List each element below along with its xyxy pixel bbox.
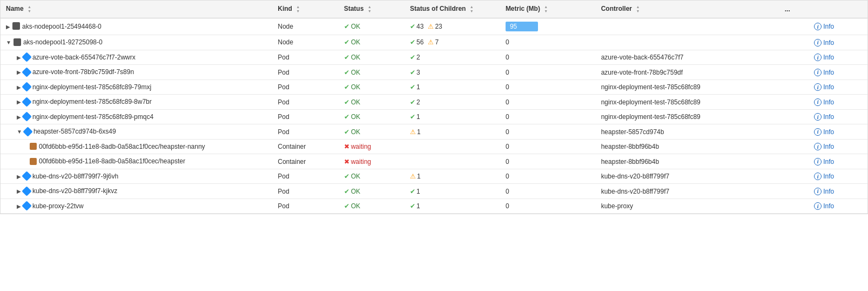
cell-info[interactable]: iInfo	[809, 109, 867, 124]
info-link[interactable]: iInfo	[814, 83, 834, 91]
info-link[interactable]: iInfo	[814, 39, 834, 47]
cell-kind: Pod	[272, 65, 338, 80]
expand-button[interactable]	[17, 84, 21, 90]
table-row[interactable]: nginx-deployment-test-785c68fc89-pmqc4Po…	[1, 109, 867, 124]
info-icon: i	[814, 143, 822, 150]
cell-info[interactable]: iInfo	[809, 80, 867, 95]
cell-controller: azure-vote-front-78b9c759df	[596, 65, 779, 80]
table-row[interactable]: azure-vote-back-655476c7f7-2wwrxPodOK20a…	[1, 50, 867, 65]
expand-button[interactable]	[6, 39, 11, 45]
info-icon: i	[814, 83, 822, 91]
expand-button[interactable]	[17, 129, 22, 135]
info-link[interactable]: iInfo	[814, 173, 834, 180]
table-row[interactable]: kube-dns-v20-b8ff799f7-9j6vhPodOK10kube-…	[1, 169, 867, 184]
cell-status: OK	[339, 109, 405, 124]
metric-value: 0	[506, 38, 509, 46]
cell-name: nginx-deployment-test-785c68fc89-79mxj	[1, 80, 272, 95]
sort-icon-name[interactable]: ▲▼	[28, 5, 31, 14]
cell-metric: 0	[500, 184, 596, 199]
cell-metric: 0	[500, 169, 596, 184]
sort-icon-controller[interactable]: ▲▼	[636, 5, 640, 14]
resource-name: heapster-5857cd974b-6xs49	[33, 128, 116, 135]
table-row[interactable]: kube-dns-v20-b8ff799f7-kjkvzPodOK10kube-…	[1, 184, 867, 199]
expand-button[interactable]	[6, 24, 10, 30]
info-link[interactable]: iInfo	[814, 54, 834, 61]
info-link[interactable]: iInfo	[814, 113, 834, 121]
info-link[interactable]: iInfo	[814, 143, 834, 150]
main-table-container: Name ▲▼ Kind ▲▼ Status ▲▼ Status of Chil…	[0, 0, 868, 214]
expand-button[interactable]	[17, 203, 21, 209]
cell-info[interactable]: iInfo	[809, 154, 867, 169]
col-header-status[interactable]: Status ▲▼	[339, 1, 405, 18]
col-header-kind[interactable]: Kind ▲▼	[272, 1, 338, 18]
resource-name: 00fd6bbb-e95d-11e8-8adb-0a58ac1f0cec/hea…	[39, 143, 205, 150]
resource-name: azure-vote-front-78b9c759df-7s89n	[32, 68, 134, 76]
cell-info[interactable]: iInfo	[809, 169, 867, 184]
info-link[interactable]: iInfo	[814, 69, 834, 76]
cell-children: 2	[405, 95, 500, 110]
cell-info[interactable]: iInfo	[809, 18, 867, 35]
info-link[interactable]: iInfo	[814, 23, 834, 30]
info-link[interactable]: iInfo	[814, 188, 834, 195]
sort-icon-metric[interactable]: ▲▼	[544, 5, 548, 14]
col-header-children[interactable]: Status of Children ▲▼	[405, 1, 500, 18]
cell-kind: Pod	[272, 169, 338, 184]
table-row[interactable]: heapster-5857cd974b-6xs49PodOK10heapster…	[1, 124, 867, 140]
col-header-metric[interactable]: Metric (Mb) ▲▼	[500, 1, 596, 18]
cell-status: OK	[339, 35, 405, 50]
cell-info[interactable]: iInfo	[809, 50, 867, 65]
table-row[interactable]: 00fd6bbb-e95d-11e8-8adb-0a58ac1f0cec/hea…	[1, 154, 867, 169]
table-body: aks-nodepool1-25494468-0NodeOK432395iInf…	[1, 18, 867, 214]
expand-button[interactable]	[17, 188, 21, 194]
expand-button[interactable]	[17, 174, 21, 180]
expand-button[interactable]	[17, 114, 21, 120]
cell-metric: 0	[500, 139, 596, 154]
expand-button[interactable]	[17, 99, 21, 105]
info-link[interactable]: iInfo	[814, 128, 834, 136]
status-badge: OK	[344, 54, 360, 61]
info-link[interactable]: iInfo	[814, 98, 834, 106]
resource-name: kube-dns-v20-b8ff799f7-kjkvz	[32, 187, 117, 195]
cell-info[interactable]: iInfo	[809, 199, 867, 214]
info-icon: i	[814, 69, 822, 76]
table-row[interactable]: kube-proxy-22tvwPodOK10kube-proxyiInfo	[1, 199, 867, 214]
status-badge: OK	[344, 69, 360, 76]
table-row[interactable]: nginx-deployment-test-785c68fc89-8w7brPo…	[1, 95, 867, 110]
cell-info[interactable]: iInfo	[809, 65, 867, 80]
resource-name: nginx-deployment-test-785c68fc89-8w7br	[32, 98, 152, 105]
children-ok-count: 1	[410, 113, 420, 121]
resource-name: nginx-deployment-test-785c68fc89-pmqc4	[32, 113, 153, 121]
sort-icon-children[interactable]: ▲▼	[470, 5, 474, 14]
sort-icon-status[interactable]: ▲▼	[368, 5, 372, 14]
metric-value: 0	[506, 188, 509, 195]
table-row[interactable]: aks-nodepool1-25494468-0NodeOK432395iInf…	[1, 18, 867, 35]
cell-info[interactable]: iInfo	[809, 95, 867, 110]
cell-kind: Pod	[272, 109, 338, 124]
cell-info[interactable]: iInfo	[809, 139, 867, 154]
table-row[interactable]: nginx-deployment-test-785c68fc89-79mxjPo…	[1, 80, 867, 95]
table-row[interactable]: aks-nodepool1-92725098-0NodeOK5670iInfo	[1, 35, 867, 50]
info-link[interactable]: iInfo	[814, 202, 834, 210]
info-link[interactable]: iInfo	[814, 158, 834, 166]
table-row[interactable]: azure-vote-front-78b9c759df-7s89nPodOK30…	[1, 65, 867, 80]
resource-table: Name ▲▼ Kind ▲▼ Status ▲▼ Status of Chil…	[1, 1, 867, 214]
expand-button[interactable]	[17, 55, 21, 61]
resource-name: 00fd6bbb-e95d-11e8-8adb-0a58ac1f0cec/hea…	[39, 157, 185, 165]
cell-children: 1	[405, 184, 500, 199]
cell-dots	[779, 184, 809, 199]
cell-name: nginx-deployment-test-785c68fc89-pmqc4	[1, 109, 272, 124]
cell-kind: Pod	[272, 199, 338, 214]
expand-button[interactable]	[17, 69, 21, 75]
metric-value: 0	[506, 173, 509, 180]
cell-info[interactable]: iInfo	[809, 184, 867, 199]
cell-info[interactable]: iInfo	[809, 35, 867, 50]
table-row[interactable]: 00fd6bbb-e95d-11e8-8adb-0a58ac1f0cec/hea…	[1, 139, 867, 154]
cell-info[interactable]: iInfo	[809, 124, 867, 140]
cell-kind: Pod	[272, 95, 338, 110]
sort-icon-kind[interactable]: ▲▼	[296, 5, 300, 14]
cell-kind: Node	[272, 18, 338, 35]
resource-name: aks-nodepool1-92725098-0	[23, 38, 103, 46]
col-header-controller[interactable]: Controller ▲▼	[596, 1, 779, 18]
metric-value: 0	[506, 69, 509, 76]
col-header-name[interactable]: Name ▲▼	[1, 1, 272, 18]
